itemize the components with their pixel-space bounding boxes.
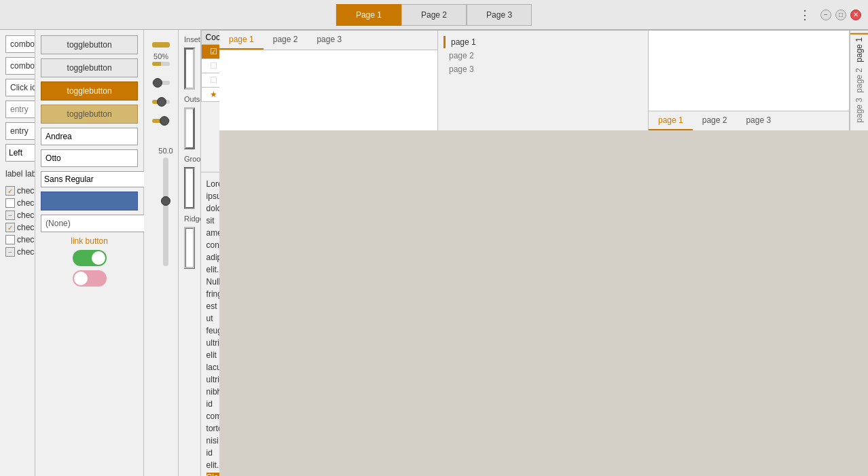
checkbox2[interactable]: checkbutton [5, 198, 35, 208]
checkbox4-box[interactable] [5, 223, 15, 232]
select-left-input[interactable]: LeftCenterRight [6, 147, 35, 159]
bottom-panel1-content [219, 50, 437, 130]
bottom-panel2-label3: page 3 [449, 65, 474, 74]
close-button[interactable]: ✕ [850, 10, 861, 20]
ridge-label: Ridge [184, 215, 195, 223]
groove-box [184, 167, 195, 209]
tab-page2[interactable]: Page 2 [401, 4, 467, 26]
hslider3-thumb[interactable] [153, 78, 162, 88]
inset-label: Inset [184, 35, 195, 43]
checkbox5-label: checkbutton [17, 235, 35, 244]
check-radio-row4: checkbutton radiobutton ◔ [5, 223, 29, 232]
toggle-thumb-off [74, 272, 88, 285]
mode-entry-input[interactable] [5, 79, 35, 96]
toggle-thumb-on [92, 251, 105, 265]
toggle-btn4[interactable]: togglebutton [41, 105, 138, 124]
checkbox3-box[interactable] [5, 210, 15, 220]
tab-page1[interactable]: Page 1 [336, 4, 401, 26]
bottom-panel2: page 1 page 2 page 3 [438, 31, 649, 130]
data-table: Cool Icon Name Nick ☑ ✓ Andrea Cimi [201, 30, 219, 102]
hslider4-thumb[interactable] [157, 97, 166, 107]
checkbox6-box[interactable] [5, 247, 15, 257]
checkbox1-box[interactable] [5, 186, 15, 196]
combo2-input[interactable] [5, 57, 35, 75]
bottom-tab4-p3[interactable]: page 3 [850, 95, 868, 126]
minimize-button[interactable]: − [820, 10, 831, 20]
hslider1 [152, 38, 170, 52]
font-name-input[interactable] [41, 171, 149, 187]
otto-input[interactable] [41, 152, 151, 164]
label-spinner-row: label label − + − + [5, 166, 29, 182]
bottom-panel2-label2: page 2 [449, 51, 474, 60]
checkbox1[interactable]: checkbutton [5, 186, 35, 196]
otto-combo[interactable]: ▼ [41, 149, 138, 167]
text-area[interactable]: Lorem ipsum dolor sit amet, consectetur … [201, 172, 219, 476]
link-button[interactable]: link button [71, 236, 108, 246]
hslider4-container [152, 100, 170, 104]
toggle-btn3[interactable]: togglebutton [41, 81, 138, 100]
andrea-combo[interactable]: ▼ [41, 128, 138, 145]
hslider2-container: 50% [152, 62, 170, 66]
col-cool[interactable]: Cool [201, 31, 219, 45]
bottom-panel2-item2[interactable]: page 2 [444, 50, 482, 62]
bottom-tab3-p2[interactable]: page 2 [693, 111, 737, 130]
hslider2-label: 50% [153, 52, 168, 60]
hslider5-thumb[interactable] [160, 116, 169, 126]
vslider2-thumb[interactable] [161, 196, 170, 206]
hslider2: 50% [152, 57, 170, 71]
restore-button[interactable]: □ [835, 10, 846, 20]
font-row [41, 171, 138, 187]
bottom-tab1-p1[interactable]: page 1 [219, 31, 264, 50]
bottom-panel2-label1: page 1 [451, 37, 476, 47]
check-radio-row1: checkbutton radiobutton [5, 186, 29, 196]
none-row: ⊞ [41, 215, 138, 232]
color-button[interactable] [41, 191, 138, 210]
tab-strip: Page 1 Page 2 Page 3 [336, 4, 532, 26]
table-row-4[interactable]: ★ 🎭 Benjamin Company [201, 88, 219, 102]
checkbox2-label: checkbutton [17, 198, 35, 208]
checkbox5[interactable]: checkbutton [5, 235, 35, 244]
bottom-tab4-p1[interactable]: page 1 [850, 33, 868, 65]
checkbox4[interactable]: checkbutton [5, 223, 35, 232]
table-row-1[interactable]: ☑ ✓ Andrea Cimi [201, 45, 219, 59]
vslider2-wrap: 50.0 [158, 147, 173, 471]
bottom-panel3: page 1 page 2 page 3 [649, 31, 850, 130]
tab-page3[interactable]: Page 3 [467, 4, 532, 26]
table-row-2[interactable]: ☐ ℹ Otto chaotic [201, 59, 219, 73]
bottom-tab4-p2[interactable]: page 2 [850, 65, 868, 96]
check-radio-row5: checkbutton radiobutton [5, 235, 29, 244]
bottom-tab3-p3[interactable]: page 3 [736, 111, 780, 130]
select-left[interactable]: LeftCenterRight ▼ [5, 144, 35, 162]
entry-placeholder-input[interactable] [5, 100, 35, 118]
vsliders: 50.0 [152, 133, 170, 471]
none-input[interactable] [41, 215, 152, 232]
ridge-box [184, 227, 195, 269]
bottom-tab1-p2[interactable]: page 2 [264, 31, 308, 50]
hslider5 [152, 114, 170, 128]
checkbox2-box[interactable] [5, 198, 15, 208]
combo1-input[interactable] [5, 35, 35, 53]
bottom-tab-header1: page 1 page 2 page 3 [219, 31, 437, 50]
bottom-panel2-item1[interactable]: page 1 [444, 36, 482, 48]
cell-cool-1: ☑ [201, 45, 219, 59]
toggle-switch-on[interactable] [73, 250, 107, 266]
checkbox6-label: checkbutton [17, 247, 35, 257]
toggle-switches [41, 250, 138, 287]
check-radio-grid: checkbutton radiobutton checkbutton radi… [5, 186, 29, 257]
checkbox6[interactable]: checkbutton [5, 247, 35, 257]
inset-box [184, 48, 195, 90]
bottom-tab1-p3[interactable]: page 3 [307, 31, 351, 50]
bottom-tab3-p1[interactable]: page 1 [649, 111, 693, 130]
andrea-input[interactable] [41, 130, 151, 143]
toggle-btn2[interactable]: togglebutton [41, 58, 138, 77]
checkbox3[interactable]: checkbutton [5, 210, 35, 220]
dots-menu-icon[interactable]: ⋮ [799, 7, 811, 22]
bottom-panel2-item3[interactable]: page 3 [444, 63, 482, 75]
checkbox5-box[interactable] [5, 235, 15, 244]
table-row-3[interactable]: ☐ ☾ Orville Redenbacher [201, 73, 219, 88]
toggle-switch-off[interactable] [73, 270, 107, 287]
entry-filled-input[interactable] [5, 122, 35, 140]
cell-cool-3: ☐ [201, 73, 219, 88]
label2: label [25, 169, 35, 179]
toggle-btn1[interactable]: togglebutton [41, 35, 138, 54]
